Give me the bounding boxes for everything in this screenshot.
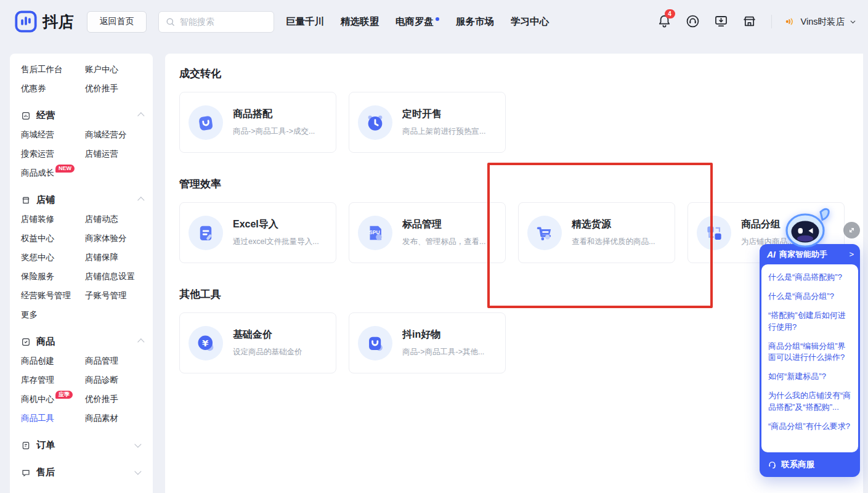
ai-question[interactable]: “搭配购”创建后如何进行使用? — [768, 310, 852, 332]
sidebar-section-aftersale[interactable]: 售后 — [21, 463, 144, 482]
sidebar-section-operation[interactable]: 经营 — [21, 106, 144, 125]
nav-item[interactable]: 电商罗盘 — [395, 15, 439, 28]
ai-robot-mascot[interactable] — [781, 203, 833, 251]
card-douin-goods[interactable]: 抖in好物 商品->商品工具->其他... — [349, 312, 506, 373]
spu-icon: SPU — [358, 216, 392, 250]
document-icon — [189, 216, 223, 250]
sidebar-item-label: 保险服务 — [21, 271, 54, 282]
chevron-up-icon — [137, 338, 144, 345]
sidebar-item[interactable]: 店铺保障 — [85, 248, 144, 267]
card-desc: 查看和选择优质的商品... — [572, 237, 655, 247]
main-panel: 成交转化 商品搭配 商品->商品工具->成交... — [165, 54, 863, 493]
group-icon — [697, 216, 731, 250]
cart-icon — [527, 216, 562, 250]
card-base-price[interactable]: ¥ 基础金价 设定商品的基础金价 — [179, 312, 336, 373]
sidebar-item[interactable]: 商城经营分 — [85, 125, 144, 144]
sidebar-item-label: 商家体验分 — [85, 233, 127, 244]
sidebar-item[interactable]: 优价推手 — [85, 389, 144, 409]
sidebar-item[interactable]: 经营账号管理 — [21, 286, 85, 305]
chevron-down-icon — [134, 468, 141, 475]
sidebar-item[interactable]: 商品管理 — [85, 351, 144, 370]
card-title: 抖in好物 — [402, 328, 484, 341]
ai-logo: AI — [767, 250, 776, 259]
nav-item[interactable]: 巨量千川 — [286, 15, 324, 28]
headset-icon — [768, 460, 777, 470]
sidebar-item[interactable]: 优惠券 — [21, 79, 85, 98]
nav-item-label: 服务市场 — [456, 15, 494, 28]
search-box[interactable] — [158, 11, 274, 33]
notification-dot — [436, 17, 439, 21]
logo-text: 抖店 — [43, 12, 75, 32]
customer-service-icon[interactable] — [685, 14, 701, 30]
account-menu[interactable]: Vins时装店 — [783, 15, 857, 28]
card-desc: 商品->商品工具->其他... — [402, 347, 484, 357]
search-input[interactable] — [180, 17, 267, 26]
shop-icon[interactable] — [742, 14, 758, 30]
sidebar-item[interactable]: 商品创建 — [21, 351, 85, 370]
doudian-logo[interactable]: 抖店 — [15, 10, 75, 33]
collapse-assistant-button[interactable] — [843, 222, 860, 238]
sidebar-item[interactable]: 权益中心 — [21, 229, 85, 248]
sidebar-item[interactable]: 商品工具 — [21, 409, 85, 428]
sidebar-item-label: 权益中心 — [21, 233, 54, 244]
sidebar-section-order[interactable]: 订单 — [21, 436, 144, 455]
ai-question[interactable]: 商品分组“编辑分组”界面可以进行什么操作? — [768, 341, 852, 363]
cards-row: ¥ 基础金价 设定商品的基础金价 抖in好物 商品->商品工具->其他... — [179, 312, 846, 373]
sidebar-item[interactable]: 账户中心 — [85, 60, 144, 79]
sidebar-item[interactable]: 保险服务 — [21, 267, 85, 286]
chevron-up-icon — [137, 197, 144, 203]
ai-question[interactable]: 什么是“商品搭配购”? — [768, 272, 852, 283]
doudian-logo-icon — [15, 10, 37, 33]
contact-service-label: 联系商服 — [781, 459, 814, 470]
sidebar-section-store[interactable]: 店铺 — [21, 190, 144, 210]
card-product-match[interactable]: 商品搭配 商品->商品工具->成交... — [179, 92, 336, 153]
card-spu-management[interactable]: SPU 标品管理 发布、管理标品，查看... — [349, 202, 506, 263]
download-client-icon[interactable] — [713, 14, 729, 30]
sidebar-item[interactable]: 商家体验分 — [85, 229, 144, 248]
sidebar-item[interactable]: 优价推手 — [85, 79, 144, 98]
card-title: 精选货源 — [572, 218, 655, 231]
sidebar-item[interactable]: 子账号管理 — [85, 286, 144, 305]
collapse-arrows-icon — [847, 226, 856, 235]
sidebar-item[interactable]: 奖惩中心 — [21, 248, 85, 267]
sidebar-item[interactable]: 店铺动态 — [85, 210, 144, 229]
card-excel-import[interactable]: Excel导入 通过excel文件批量导入... — [179, 202, 336, 263]
section-title-other-tools: 其他工具 — [179, 287, 846, 301]
notification-bell-icon[interactable]: 4 — [657, 14, 673, 30]
sidebar-item[interactable]: 商机中心 应季 — [21, 389, 85, 409]
ai-question[interactable]: 什么是“商品分组”? — [768, 291, 852, 302]
sidebar-item[interactable]: 库存管理 — [21, 370, 85, 389]
sidebar-item[interactable]: 商品诊断 — [85, 370, 144, 389]
search-icon — [165, 17, 176, 27]
order-icon — [21, 441, 31, 450]
sidebar-item[interactable]: 店铺运营 — [85, 144, 144, 163]
back-home-button[interactable]: 返回首页 — [87, 11, 147, 33]
sidebar-section-product[interactable]: 商品 — [21, 332, 144, 351]
ai-question-list: 什么是“商品搭配购”?什么是“商品分组”?“搭配购”创建后如何进行使用?商品分组… — [761, 264, 858, 452]
nav-item[interactable]: 精选联盟 — [341, 15, 379, 28]
sidebar-item-label: 账户中心 — [85, 64, 118, 75]
sidebar-item[interactable]: 商品素材 — [85, 409, 144, 428]
coin-icon: ¥ — [189, 326, 223, 361]
sidebar-item-label: 店铺装修 — [21, 214, 54, 225]
sidebar-item[interactable]: 更多 — [21, 305, 85, 324]
chevron-up-icon — [137, 112, 144, 119]
contact-service-button[interactable]: 联系商服 — [760, 452, 860, 477]
sidebar-item[interactable]: 搜索运营 — [21, 144, 85, 163]
section-title: 订单 — [36, 439, 131, 451]
sidebar-item[interactable]: 售后工作台 — [21, 60, 85, 79]
sidebar-item-label: 奖惩中心 — [21, 252, 54, 263]
ai-question[interactable]: 为什么我的店铺没有“商品搭配”及“搭配购”... — [768, 390, 852, 412]
sidebar-item[interactable]: 店铺装修 — [21, 210, 85, 229]
sidebar-item[interactable]: 商品成长 NEW — [21, 163, 85, 182]
ai-question[interactable]: 如何“新建标品”? — [768, 371, 852, 382]
header-left: 抖店 返回首页 — [15, 10, 274, 33]
sidebar-item[interactable]: 店铺信息设置 — [85, 267, 144, 286]
nav-item[interactable]: 学习中心 — [511, 15, 549, 28]
nav-item[interactable]: 服务市场 — [456, 15, 494, 28]
sidebar-item[interactable]: 商城经营 — [21, 125, 85, 144]
ai-question[interactable]: “商品分组”有什么要求? — [768, 421, 852, 432]
card-selected-supply[interactable]: 精选货源 查看和选择优质的商品... — [518, 202, 675, 263]
card-scheduled-sale[interactable]: 定时开售 商品上架前进行预热宣... — [349, 92, 506, 153]
sidebar: 售后工作台 账户中心 优惠券 优价推手 经营 商城经营 商城经营分 搜索运营 — [10, 54, 153, 493]
